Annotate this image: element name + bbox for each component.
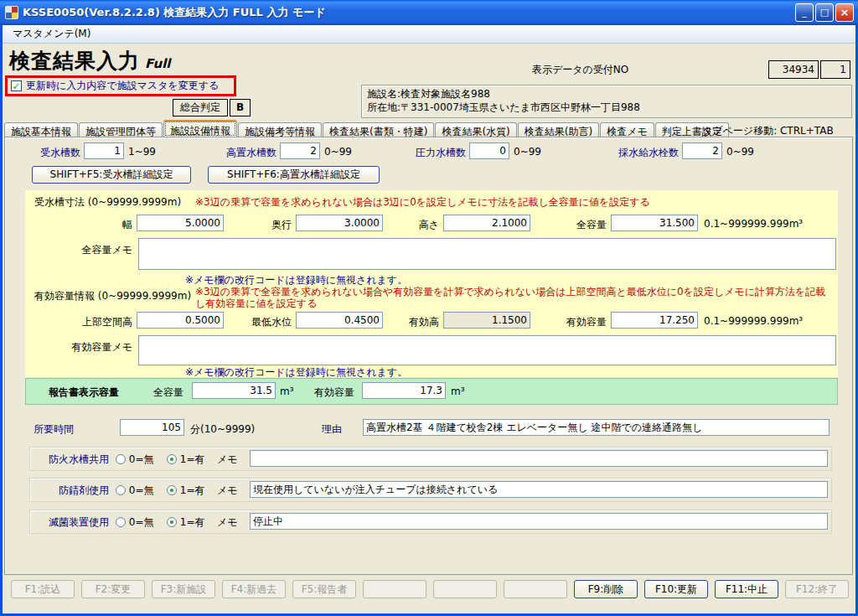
radio-on-icon[interactable] bbox=[167, 454, 177, 464]
effective-capacity-note: ※3辺の乗算で全容量を求められない場合や有効容量を計算で求められない場合は上部空… bbox=[195, 286, 832, 309]
rust-inhibitor-radio-none[interactable]: 0=無 bbox=[116, 484, 154, 498]
fkey-f1-read: F1:読込 bbox=[11, 580, 75, 598]
tab-inspection-memo[interactable]: 検査メモ bbox=[600, 122, 654, 137]
report-total-unit: m³ bbox=[280, 386, 294, 397]
report-total-input[interactable] bbox=[192, 382, 276, 399]
reason-input[interactable] bbox=[363, 419, 830, 436]
sampling-tap-count-input[interactable] bbox=[682, 142, 722, 159]
duration-range: 分(10~9999) bbox=[190, 422, 255, 437]
pressure-tank-count-label: 圧力水槽数 bbox=[396, 146, 466, 160]
fire-tank-memo-label: メモ bbox=[217, 453, 238, 467]
function-key-bar: F1:読込 F2:変更 F3:新施設 F4:新過去 F5:報告者 F9:削除 F… bbox=[11, 580, 849, 598]
minimize-button[interactable]: _ bbox=[795, 3, 814, 22]
sterilizer-memo-input[interactable] bbox=[250, 513, 828, 530]
rust-inhibitor-memo-input[interactable] bbox=[250, 481, 828, 498]
page-title: 検査結果入力Full bbox=[9, 47, 170, 75]
min-level-input[interactable] bbox=[296, 312, 383, 329]
update-master-checkbox-group[interactable]: ✓ 更新時に入力内容で施設マスタを変更する bbox=[5, 75, 236, 96]
tank-depth-label: 奥行 bbox=[229, 218, 292, 232]
sterilizer-label: 滅菌装置使用 bbox=[32, 515, 109, 530]
receipt-no-field: 34934 bbox=[768, 60, 819, 79]
fkey-f10-update[interactable]: F10:更新 bbox=[644, 580, 708, 598]
maximize-button[interactable]: □ bbox=[815, 3, 834, 22]
fkey-blank-3 bbox=[504, 580, 567, 598]
tab-management-org[interactable]: 施設管理団体等 bbox=[79, 122, 163, 137]
tab-result-advice[interactable]: 検査結果(助言) bbox=[518, 122, 599, 137]
sampling-tap-count-range: 0~99 bbox=[726, 146, 754, 158]
overall-judgement-button[interactable]: 総合判定 bbox=[173, 99, 228, 116]
receiving-tank-detail-button[interactable]: SHIFT+F5:受水槽詳細設定 bbox=[32, 166, 191, 184]
tank-height-input[interactable] bbox=[443, 215, 530, 231]
fire-tank-radio-yes[interactable]: 1=有 bbox=[167, 453, 205, 467]
report-effective-input[interactable] bbox=[362, 382, 446, 399]
effective-memo-label: 有効容量メモ bbox=[53, 340, 132, 355]
total-capacity-memo-area[interactable] bbox=[138, 238, 836, 270]
receipt-no-label: 表示データの受付NO bbox=[532, 63, 628, 77]
fkey-f5-reporter: F5:報告者 bbox=[292, 580, 356, 598]
facility-name: 施設名:検査対象施設名988 bbox=[367, 87, 846, 101]
fkey-f9-delete[interactable]: F9:削除 bbox=[574, 580, 638, 598]
reason-label: 理由 bbox=[322, 422, 342, 437]
fkey-f11-cancel[interactable]: F11:中止 bbox=[715, 580, 778, 598]
menu-master-mainte[interactable]: マスタメンテ(M) bbox=[8, 25, 96, 43]
effective-height-field bbox=[443, 312, 530, 329]
effective-capacity-input[interactable] bbox=[611, 312, 698, 329]
fkey-blank-2 bbox=[433, 580, 497, 598]
fire-tank-memo-input[interactable] bbox=[250, 450, 828, 467]
report-effective-unit: m³ bbox=[451, 386, 465, 397]
facility-address: 所在地:〒331-0007埼玉県さいたま市西区中野林一丁目988 bbox=[367, 101, 846, 114]
top-space-input[interactable] bbox=[137, 312, 224, 329]
tab-result-water[interactable]: 検査結果(水質) bbox=[435, 122, 516, 137]
elevated-tank-count-range: 0~99 bbox=[324, 146, 352, 158]
elevated-tank-count-input[interactable] bbox=[280, 142, 320, 159]
overall-judgement-value: B bbox=[230, 99, 251, 116]
radio-on-icon[interactable] bbox=[167, 517, 177, 527]
duration-input[interactable] bbox=[120, 419, 184, 436]
sterilizer-radio-none[interactable]: 0=無 bbox=[116, 515, 154, 530]
radio-none-label: 0=無 bbox=[129, 453, 154, 465]
receiving-tank-count-range: 1~99 bbox=[128, 146, 156, 158]
tank-size-panel: 受水槽寸法 (0~99999.9999m) ※3辺の乗算で容量を求められない場合… bbox=[25, 190, 838, 377]
form-body: 検査結果入力Full 表示データの受付NO 34934 1 ✓ 更新時に入力内容… bbox=[3, 44, 855, 613]
tank-depth-input[interactable] bbox=[296, 215, 383, 231]
report-effective-label: 有効容量 bbox=[314, 386, 354, 400]
radio-off-icon[interactable] bbox=[116, 454, 126, 464]
receiving-tank-count-label: 受水槽数 bbox=[19, 146, 80, 160]
title-bar: KSSE0050(Ver.8.2.2.8) 検査結果入力 FULL 入力 モード… bbox=[0, 0, 858, 25]
tank-width-input[interactable] bbox=[137, 215, 224, 231]
facility-info-box: 施設名:検査対象施設名988 所在地:〒331-0007埼玉県さいたま市西区中野… bbox=[361, 85, 852, 118]
effective-capacity-label: 有効容量 bbox=[547, 315, 607, 329]
fkey-f3-new-facility: F3:新施設 bbox=[152, 580, 215, 598]
elevated-tank-detail-button[interactable]: SHIFT+F6:高置水槽詳細設定 bbox=[208, 166, 380, 184]
total-capacity-input[interactable] bbox=[611, 215, 698, 231]
tab-facility-basic[interactable]: 施設基本情報 bbox=[4, 122, 78, 137]
tab-facility-equipment[interactable]: 施設設備情報 bbox=[163, 120, 237, 137]
close-button[interactable]: × bbox=[835, 3, 854, 22]
radio-off-icon[interactable] bbox=[116, 485, 126, 495]
duration-label: 所要時間 bbox=[34, 422, 74, 437]
effective-capacity-range: 0.1~999999.999m³ bbox=[704, 315, 803, 327]
pressure-tank-count-input[interactable] bbox=[469, 142, 509, 159]
radio-yes-label: 1=有 bbox=[180, 453, 205, 465]
fire-tank-radio-none[interactable]: 0=無 bbox=[116, 453, 154, 467]
effective-memo-area[interactable] bbox=[138, 335, 836, 365]
radio-off-icon[interactable] bbox=[116, 517, 126, 527]
sterilizer-radio-yes[interactable]: 1=有 bbox=[167, 515, 205, 530]
checkbox-checked-icon[interactable]: ✓ bbox=[11, 80, 22, 91]
radio-yes-label: 1=有 bbox=[180, 484, 205, 496]
receipt-no-sub-field: 1 bbox=[820, 60, 850, 79]
menu-bar: マスタメンテ(M) bbox=[3, 25, 855, 44]
radio-on-icon[interactable] bbox=[167, 485, 177, 495]
total-capacity-label: 全容量 bbox=[547, 218, 607, 232]
rust-inhibitor-radio-yes[interactable]: 1=有 bbox=[167, 484, 205, 498]
radio-none-label: 0=無 bbox=[129, 516, 154, 528]
sampling-tap-count-label: 採水給水栓数 bbox=[597, 146, 679, 160]
app-icon bbox=[5, 6, 18, 19]
receiving-tank-count-input[interactable] bbox=[84, 142, 124, 159]
sterilizer-memo-label: メモ bbox=[217, 515, 238, 530]
tab-result-docs[interactable]: 検査結果(書類・特建) bbox=[323, 122, 434, 137]
sterilizer-row: 滅菌装置使用 0=無 1=有 メモ bbox=[29, 510, 832, 534]
rust-inhibitor-label: 防錆剤使用 bbox=[32, 484, 109, 498]
application-window: KSSE0050(Ver.8.2.2.8) 検査結果入力 FULL 入力 モード… bbox=[0, 0, 858, 616]
tab-facility-remarks[interactable]: 施設備考等情報 bbox=[238, 122, 322, 137]
